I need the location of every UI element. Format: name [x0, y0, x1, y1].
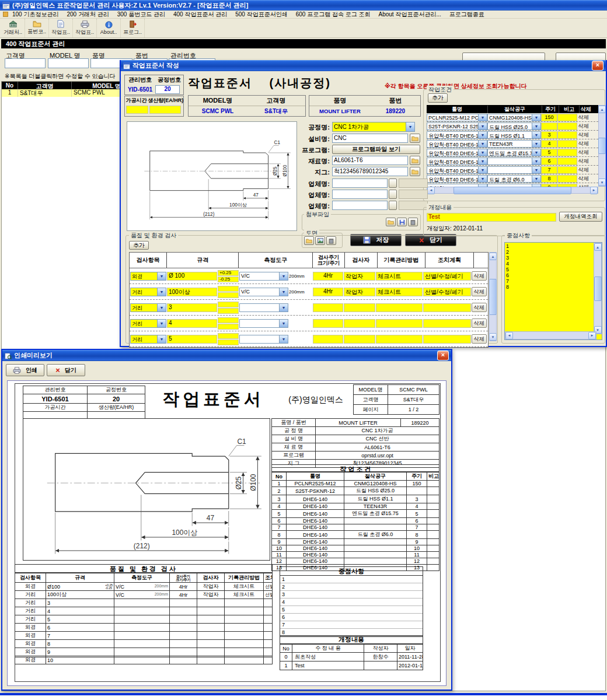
material-input[interactable]: AL6061-T6: [332, 156, 408, 165]
tool-select[interactable]: 유압척-BT40 DHE6-140▼: [427, 175, 487, 183]
tolerance-lower[interactable]: -0.25: [218, 276, 239, 282]
tolerance-upper[interactable]: [218, 286, 239, 292]
delete-row-button[interactable]: 삭제: [472, 287, 487, 296]
cutter-select[interactable]: TEEN43R▼: [487, 140, 541, 148]
quality-add-button[interactable]: 추가: [129, 241, 149, 250]
action-field[interactable]: [423, 319, 471, 328]
action-field[interactable]: 선별/수정/폐기: [423, 272, 471, 281]
proc-no-input[interactable]: 20: [155, 85, 180, 94]
menu-item[interactable]: 600 프로그램 접속 로그 조회: [296, 10, 371, 19]
filter-customer-input[interactable]: [5, 58, 46, 68]
tool-select[interactable]: 유압척-BT40 DHE6-140▼: [427, 158, 487, 165]
cycle-field[interactable]: [313, 335, 343, 344]
scroll-left-icon[interactable]: ◄: [427, 187, 435, 194]
toolbar-print-button[interactable]: 작업표..: [73, 19, 97, 37]
note-field[interactable]: [557, 166, 577, 174]
filter-model-input[interactable]: [48, 58, 89, 68]
note-field[interactable]: [557, 131, 577, 139]
inspect-item-select[interactable]: 거리▼: [130, 335, 166, 344]
work-condition-add-button[interactable]: 추가: [428, 93, 448, 103]
cutter-select[interactable]: ▼: [487, 166, 541, 174]
tool-select[interactable]: 유압척-BT40 DHE6-140▼: [427, 131, 487, 139]
jig-browse-button[interactable]: [410, 167, 420, 176]
keypoints-hscroll[interactable]: ◄►: [505, 331, 596, 340]
toolbar-about-button[interactable]: About..: [97, 19, 121, 37]
vendor-input-3[interactable]: [332, 201, 388, 210]
cycle-field[interactable]: [313, 303, 343, 312]
note-field[interactable]: [557, 158, 577, 165]
cutter-select[interactable]: 드릴 HSS Ø1.1▼: [487, 131, 541, 139]
spec-field[interactable]: 100이상: [167, 288, 217, 296]
toolbar-partcode-button[interactable]: 품번코..: [25, 19, 49, 37]
quality-vertical-scrollbar[interactable]: ▲▼: [489, 252, 497, 341]
cycle-field[interactable]: 4Hr: [313, 288, 343, 296]
spec-field[interactable]: 4: [167, 319, 217, 328]
delete-row-button[interactable]: 삭제: [577, 131, 590, 139]
measure-tool-select[interactable]: V/C▼: [239, 272, 288, 281]
tolerance-lower[interactable]: [218, 292, 239, 298]
inspect-item-select[interactable]: 거리▼: [130, 288, 166, 296]
attach-save-button[interactable]: [397, 218, 407, 226]
program-file-button[interactable]: 프로그램파일 보기: [332, 145, 420, 154]
revision-history-button[interactable]: 개정내역조회: [559, 212, 602, 222]
scroll-up-icon[interactable]: ▲: [489, 253, 497, 260]
delete-row-button[interactable]: 삭제: [577, 140, 590, 148]
inspector-field[interactable]: [344, 335, 375, 344]
record-field[interactable]: 체크시트: [376, 288, 423, 296]
measure-tool-select[interactable]: V/C▼: [239, 288, 288, 296]
inspect-item-select[interactable]: 외경▼: [130, 272, 166, 281]
keypoints-textarea[interactable]: 12345678 ▲▼ ◄►: [504, 242, 602, 340]
jig-input[interactable]: 척123456789012345: [332, 167, 408, 176]
scroll-right-icon[interactable]: ►: [588, 332, 596, 340]
record-field[interactable]: [376, 335, 423, 344]
note-field[interactable]: [557, 140, 577, 148]
tool-select[interactable]: 유압척-BT40 DHE6-140▼: [427, 166, 487, 174]
note-field[interactable]: [557, 149, 577, 156]
vendor-browse-2[interactable]: [389, 190, 397, 199]
spec-field[interactable]: 3: [167, 303, 217, 312]
cutter-select[interactable]: CNMG120408-HS▼: [487, 114, 541, 121]
delete-row-button[interactable]: 삭제: [577, 149, 590, 156]
tool-select[interactable]: 유압척-BT40 DHE6-140▼: [427, 140, 487, 148]
note-field[interactable]: [557, 123, 577, 130]
tolerance-upper[interactable]: [218, 333, 239, 339]
delete-row-button[interactable]: 삭제: [577, 158, 590, 165]
delete-row-button[interactable]: 삭제: [577, 166, 590, 174]
toolbar-exit-button[interactable]: 프로그..: [121, 19, 145, 37]
measure-tool-select[interactable]: ▼: [239, 303, 288, 312]
inspector-field[interactable]: [344, 319, 375, 328]
menu-item[interactable]: 프로그램종료: [449, 10, 484, 19]
menu-item[interactable]: 200 거래처 관리: [67, 10, 109, 19]
process-select[interactable]: CNC 1차가공▼: [332, 122, 415, 132]
tool-select[interactable]: 유압척-BT40 DHE6-140▼: [427, 149, 487, 156]
scroll-down-icon[interactable]: ▼: [598, 178, 606, 186]
tolerance-upper[interactable]: [218, 317, 239, 323]
inspector-field[interactable]: 작업자: [344, 272, 375, 281]
attach-delete-button[interactable]: [408, 218, 418, 226]
wc-horizontal-scrollbar[interactable]: ◄►: [427, 187, 598, 194]
vendor-input-2[interactable]: [332, 190, 388, 199]
toolbar-workstd-button[interactable]: 작업표..: [49, 19, 73, 37]
tolerance-lower[interactable]: [218, 308, 239, 314]
note-field[interactable]: [557, 114, 577, 121]
vendor-browse-3[interactable]: [389, 201, 397, 210]
delete-row-button[interactable]: 삭제: [472, 271, 487, 281]
cycle-field[interactable]: 4Hr: [313, 272, 343, 281]
cutter-select[interactable]: 엔드밀 초경 Ø15.75▼: [487, 149, 541, 156]
inspector-field[interactable]: 작업자: [344, 288, 375, 296]
cycle-field[interactable]: 8: [541, 175, 557, 183]
inspect-item-select[interactable]: 거리▼: [130, 319, 166, 328]
cycle-field[interactable]: 7: [541, 166, 557, 174]
tool-select[interactable]: S25T-PSKNR-12 S25T-P▼: [427, 123, 487, 130]
cutter-select[interactable]: ▼: [487, 158, 541, 165]
tolerance-lower[interactable]: [218, 340, 239, 345]
cycle-field[interactable]: [313, 319, 343, 328]
delete-row-button[interactable]: 삭제: [577, 175, 590, 183]
note-field[interactable]: [557, 175, 577, 183]
keypoints-vscroll[interactable]: ▲▼: [594, 243, 602, 334]
attach-open-button[interactable]: [386, 218, 396, 226]
scroll-up-icon[interactable]: ▲: [598, 106, 606, 113]
action-field[interactable]: 선별/수정/폐기: [423, 288, 471, 296]
equip-browse-button[interactable]: [410, 134, 420, 143]
revision-input[interactable]: Test: [427, 213, 556, 222]
